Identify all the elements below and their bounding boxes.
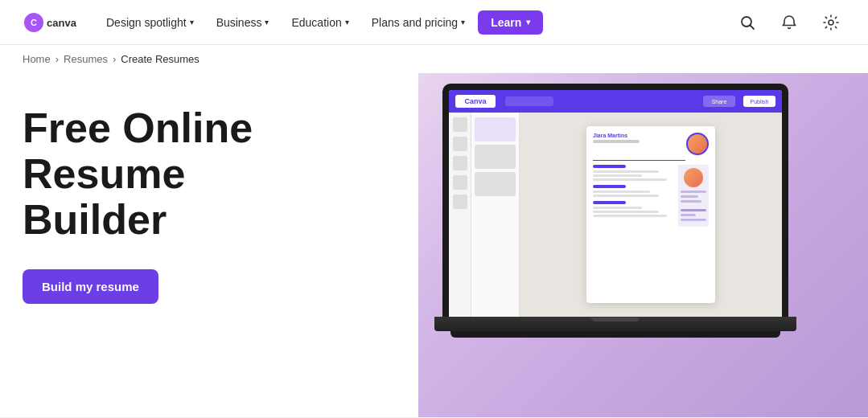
hero-title: Free Online Resume Builder: [23, 105, 396, 244]
resume-section-title-3: [593, 201, 626, 204]
resume-section-3: [593, 201, 675, 217]
chevron-down-icon: ▾: [526, 18, 530, 27]
resume-avatar: [686, 133, 709, 155]
nav-design-spotlight-label: Design spotlight: [106, 16, 187, 29]
breadcrumb-home[interactable]: Home: [23, 53, 51, 65]
resume-strip-line: [681, 200, 701, 203]
editor-logo: Canva: [455, 95, 496, 108]
resume-main-content: [593, 165, 675, 227]
nav-learn[interactable]: Learn ▾: [478, 10, 543, 35]
hero-title-line1: Free Online Resume: [23, 104, 253, 197]
navbar: C canva Design spotlight ▾ Business ▾ Ed…: [0, 0, 868, 45]
nav-plans-pricing[interactable]: Plans and pricing ▾: [362, 11, 475, 34]
editor-tools-sidebar: [449, 113, 471, 317]
resume-strip-line: [681, 195, 698, 198]
editor-canvas: Jiara Martins: [520, 113, 782, 317]
laptop-foot: [450, 331, 780, 338]
settings-button[interactable]: [817, 8, 845, 37]
resume-preview-card: Jiara Martins: [586, 126, 715, 303]
editor-panel: [471, 113, 520, 317]
resume-strip-line: [681, 209, 706, 211]
resume-line: [593, 178, 667, 181]
nav-learn-label: Learn: [491, 16, 521, 29]
panel-item-3[interactable]: [475, 172, 516, 196]
editor-toolbar: [505, 96, 553, 106]
editor-publish-btn[interactable]: Publish: [743, 96, 775, 107]
resume-strip-line: [681, 219, 706, 221]
chevron-down-icon: ▾: [461, 18, 465, 27]
nav-design-spotlight[interactable]: Design spotlight ▾: [97, 11, 204, 34]
svg-line-5: [751, 25, 755, 29]
resume-section-title-1: [593, 165, 626, 168]
nav-plans-pricing-label: Plans and pricing: [372, 16, 458, 29]
search-button[interactable]: [733, 8, 762, 37]
bell-icon: [781, 14, 797, 31]
breadcrumb-resumes[interactable]: Resumes: [64, 53, 108, 65]
resume-line: [593, 211, 659, 213]
resume-header: Jiara Martins: [593, 133, 709, 155]
breadcrumb: Home › Resumes › Create Resumes: [0, 45, 868, 73]
laptop-notch: [591, 318, 640, 322]
chevron-down-icon: ▾: [190, 18, 194, 27]
main-container: Free Online Resume Builder Build my resu…: [0, 73, 868, 417]
svg-text:canva: canva: [47, 17, 77, 29]
resume-line: [593, 215, 667, 217]
resume-section-1: [593, 165, 675, 181]
resume-line: [593, 170, 659, 173]
settings-icon: [823, 14, 839, 31]
editor-share-btn[interactable]: Share: [703, 96, 735, 107]
nav-education-label: Education: [291, 16, 341, 29]
resume-strip-line: [681, 191, 706, 193]
tool-icon-1[interactable]: [453, 117, 467, 132]
resume-line: [593, 174, 642, 177]
resume-strip-avatar: [684, 168, 703, 187]
hero-left: Free Online Resume Builder Build my resu…: [0, 73, 418, 417]
editor-body: Jiara Martins: [449, 113, 782, 317]
breadcrumb-current: Create Resumes: [121, 53, 200, 65]
tool-icon-3[interactable]: [453, 156, 467, 170]
tool-icon-5[interactable]: [453, 195, 467, 209]
tool-icon-2[interactable]: [453, 137, 467, 151]
resume-name-text: Jiara Martins: [593, 133, 686, 138]
chevron-down-icon: ▾: [345, 18, 349, 27]
laptop-screen-inner: Canva Share Publish: [449, 90, 782, 317]
notifications-button[interactable]: [775, 8, 804, 37]
panel-item-1[interactable]: [475, 117, 516, 141]
editor-topbar: Canva Share Publish: [449, 90, 782, 113]
build-resume-button[interactable]: Build my resume: [23, 269, 158, 304]
nav-education[interactable]: Education ▾: [282, 11, 358, 34]
breadcrumb-sep1: ›: [56, 53, 59, 65]
nav-business-label: Business: [216, 16, 262, 29]
hero-right: Canva Share Publish: [418, 73, 868, 417]
panel-item-2[interactable]: [475, 145, 516, 169]
chevron-down-icon: ▾: [265, 18, 269, 27]
resume-divider: [593, 160, 685, 161]
resume-line: [593, 207, 642, 209]
laptop-mockup: Canva Share Publish: [434, 80, 868, 417]
canva-logo[interactable]: C canva: [23, 11, 80, 34]
nav-business[interactable]: Business ▾: [207, 11, 279, 34]
svg-text:C: C: [31, 18, 37, 27]
resume-strip-line: [681, 214, 696, 216]
resume-line: [593, 195, 659, 197]
resume-right-strip: [678, 165, 709, 227]
breadcrumb-sep2: ›: [113, 53, 116, 65]
tool-icon-4[interactable]: [453, 175, 467, 190]
resume-section-title-2: [593, 185, 626, 188]
resume-line: [593, 191, 650, 193]
laptop-screen-outer: Canva Share Publish: [442, 84, 788, 317]
resume-content: [593, 165, 709, 227]
nav-right: [733, 8, 845, 37]
search-icon: [739, 14, 755, 31]
resume-section-2: [593, 185, 675, 197]
resume-subtitle: [593, 140, 640, 143]
hero-title-line2: Builder: [23, 196, 167, 243]
resume-name-area: Jiara Martins: [593, 133, 686, 143]
nav-left: C canva Design spotlight ▾ Business ▾ Ed…: [23, 10, 543, 35]
